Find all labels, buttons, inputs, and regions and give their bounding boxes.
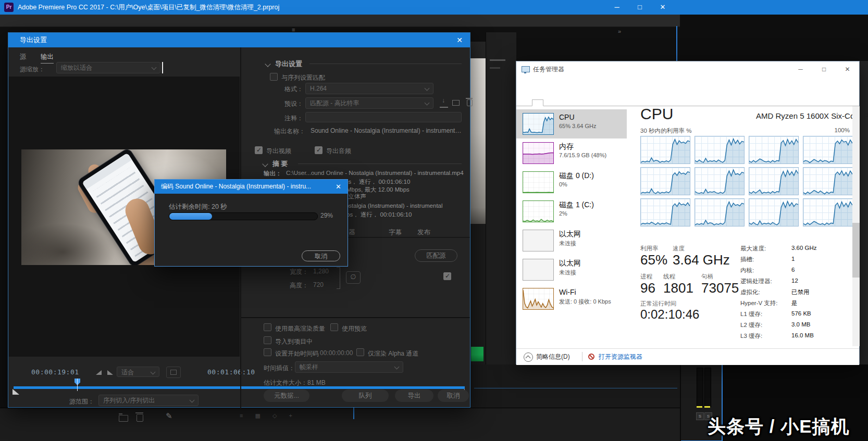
source-scaling-dropdown[interactable]: 缩放以适合 [56, 62, 160, 73]
tm-tab[interactable] [589, 99, 601, 106]
use-previews-checkbox[interactable] [330, 323, 338, 331]
aspect-lock-checkbox[interactable] [443, 272, 451, 280]
save-preset-icon[interactable] [440, 98, 448, 108]
tab-publish[interactable]: 发布 [417, 228, 430, 237]
tm-sidebar-item[interactable]: 磁盘 1 (C:) 2% [516, 197, 627, 226]
premiere-menu-item[interactable] [74, 15, 85, 27]
tm-sidebar-item[interactable]: 以太网 未连接 [516, 255, 627, 284]
pen-tool-icon[interactable]: ✎ [166, 411, 172, 421]
tm-sidebar-item[interactable]: CPU 65% 3.64 GHz [516, 109, 627, 138]
premiere-menu-item[interactable] [51, 15, 63, 27]
timeline-playhead[interactable] [353, 408, 354, 419]
collapse-details-icon[interactable] [524, 352, 533, 362]
summary-source-line: e - Nostalgia (Instrumental) - instrumen… [332, 203, 443, 209]
tm-tab[interactable] [555, 99, 566, 106]
link-dimensions-icon[interactable]: ∅ [346, 271, 361, 284]
zoom-fit-dropdown[interactable]: 适合 [117, 367, 159, 377]
match-sequence-checkbox[interactable] [270, 73, 278, 81]
queue-button[interactable]: 队列 [342, 389, 389, 402]
cpu-core-graph [695, 198, 745, 226]
preset-dropdown[interactable]: 匹配源 - 高比特率 [305, 97, 433, 109]
set-out-point-icon[interactable] [107, 370, 113, 375]
tm-sidebar-item[interactable]: Wi-Fi 发送: 0 接收: 0 Kbps [516, 284, 627, 313]
set-in-point-icon[interactable] [96, 370, 102, 375]
export-audio-label: 导出音频 [326, 147, 351, 156]
tm-window-controls: ─ □ ✕ [789, 61, 859, 77]
tm-menu-item[interactable] [519, 77, 529, 91]
tm-scrollbar[interactable] [852, 106, 860, 346]
cpu-core-grid [640, 136, 854, 228]
minimize-icon[interactable]: ─ [789, 61, 812, 77]
output-name-value[interactable]: Sound Online - Nostalgia (Instrumental) … [311, 127, 462, 134]
section-chevron-icon[interactable] [262, 161, 268, 167]
format-dropdown[interactable]: H.264 [305, 83, 433, 94]
export-range-bar[interactable] [14, 386, 465, 389]
maximize-icon[interactable]: □ [628, 0, 651, 15]
delete-preset-icon[interactable] [466, 98, 474, 107]
export-audio-checkbox[interactable] [315, 146, 323, 154]
details-toggle-label[interactable]: 简略信息(D) [536, 349, 570, 365]
metadata-button[interactable]: 元数据... [264, 389, 309, 402]
premiere-menu-item[interactable] [63, 15, 74, 27]
render-alpha-checkbox[interactable] [356, 348, 364, 356]
handles-label: 句柄 [701, 273, 713, 281]
premiere-timeline-panel [0, 408, 680, 441]
cpu-info-value: 16.0 MB [791, 332, 814, 343]
cancel-button[interactable]: 取消 [438, 389, 469, 402]
close-icon[interactable]: ✕ [651, 0, 674, 15]
tm-tab[interactable] [520, 99, 532, 106]
match-source-button[interactable]: 匹配源 [415, 249, 457, 262]
solo-button[interactable]: S [696, 412, 704, 420]
encoding-cancel-button[interactable]: 取消 [302, 250, 340, 261]
trash-icon[interactable] [137, 414, 143, 422]
width-value[interactable]: 1,280 [313, 268, 329, 275]
close-icon[interactable]: ✕ [836, 61, 859, 77]
time-interpolation-dropdown[interactable]: 帧采样 [295, 361, 403, 373]
start-timecode-value[interactable]: 00:00:00:00 [320, 349, 353, 357]
cpu-core-graph [803, 136, 853, 164]
set-start-timecode-checkbox[interactable] [264, 348, 271, 356]
export-video-checkbox[interactable] [255, 146, 263, 154]
aspect-icon[interactable] [166, 367, 181, 378]
tm-menu-item[interactable] [538, 77, 548, 91]
minimize-icon[interactable]: ─ [605, 0, 628, 15]
tm-sidebar-item[interactable]: 内存 7.6/15.9 GB (48%) [516, 138, 627, 168]
close-icon[interactable]: ✕ [336, 180, 341, 194]
tm-menu-item[interactable] [529, 77, 538, 91]
tm-scrollbar-thumb[interactable] [852, 223, 860, 278]
tm-tab[interactable] [543, 99, 555, 106]
premiere-menu-item[interactable] [28, 15, 40, 27]
source-range-dropdown[interactable]: 序列切入/序列切出 [98, 395, 199, 406]
premiere-menu-item[interactable] [40, 15, 51, 27]
tm-sidebar-item[interactable]: 磁盘 0 (D:) 0% [516, 168, 627, 197]
export-button[interactable]: 导出 [395, 389, 433, 402]
premiere-menu-item[interactable] [85, 15, 97, 27]
comment-input[interactable] [305, 112, 462, 122]
close-icon[interactable]: ✕ [456, 33, 463, 47]
range-start-handle[interactable] [13, 389, 19, 395]
set-start-timecode-label: 设置开始时间码 [275, 349, 319, 358]
max-render-quality-checkbox[interactable] [264, 323, 271, 331]
cpu-panel-title: CPU [640, 105, 673, 123]
premiere-menu-item[interactable] [5, 15, 17, 27]
summary-header: 摘 要 [272, 159, 288, 169]
tm-tab[interactable] [566, 99, 578, 106]
tab-captions[interactable]: 字幕 [389, 228, 402, 237]
overflow-chevron-icon[interactable]: » [618, 28, 621, 34]
tm-sidebar-item[interactable]: 以太网 未连接 [516, 226, 627, 255]
import-into-project-checkbox[interactable] [264, 336, 271, 344]
premiere-menu-item[interactable] [17, 15, 28, 27]
tab-source[interactable]: 源 [20, 53, 27, 61]
height-value[interactable]: 720 [313, 281, 324, 288]
export-dialog-titlebar: 导出设置 ✕ [8, 33, 470, 47]
folder-icon[interactable] [119, 415, 128, 422]
tm-tab[interactable] [578, 99, 589, 106]
maximize-icon[interactable]: □ [812, 61, 836, 77]
tm-tab[interactable] [532, 99, 543, 106]
tab-output[interactable]: 输出 [41, 53, 54, 64]
import-preset-icon[interactable] [452, 98, 461, 107]
graph-max-label: 100% [827, 127, 850, 133]
resource-monitor-link[interactable]: 打开资源监视器 [599, 349, 642, 365]
summary-output-label: 输出： [264, 170, 282, 178]
section-chevron-icon[interactable] [265, 61, 270, 67]
